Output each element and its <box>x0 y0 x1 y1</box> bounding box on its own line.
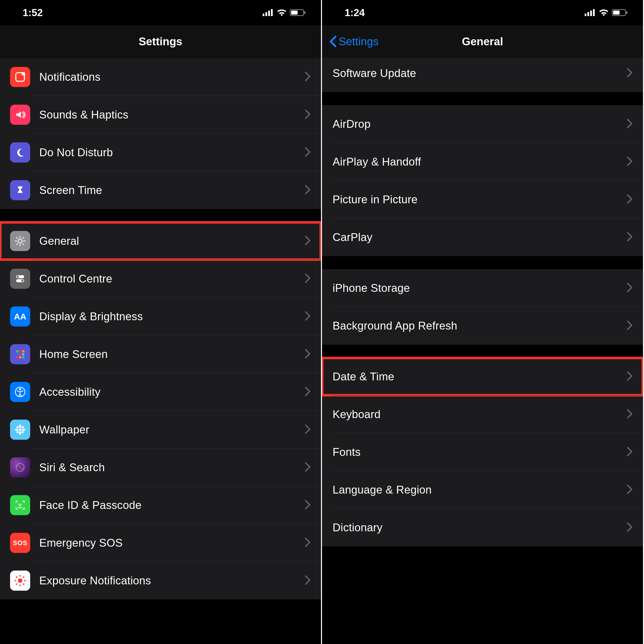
row-wallpaper[interactable]: Wallpaper <box>0 411 321 449</box>
row-language[interactable]: Language & Region <box>322 471 643 509</box>
hourglass-icon <box>10 180 30 200</box>
svg-rect-28 <box>16 356 18 358</box>
row-label: Keyboard <box>333 408 626 421</box>
row-screentime[interactable]: Screen Time <box>0 171 321 209</box>
svg-point-38 <box>16 426 19 429</box>
row-pip[interactable]: Picture in Picture <box>322 181 643 218</box>
back-button[interactable]: Settings <box>329 35 379 48</box>
row-notifications[interactable]: Notifications <box>0 58 321 96</box>
row-label: Face ID & Passcode <box>39 499 304 511</box>
row-label: Software Update <box>333 67 626 79</box>
svg-point-21 <box>21 280 23 282</box>
battery-icon <box>612 9 628 16</box>
row-fonts[interactable]: Fonts <box>322 433 643 471</box>
row-sounds[interactable]: Sounds & Haptics <box>0 96 321 134</box>
svg-point-50 <box>16 576 17 578</box>
row-airplay[interactable]: AirPlay & Handoff <box>322 143 643 181</box>
svg-point-45 <box>18 578 22 583</box>
general-list[interactable]: Software Update AirDrop AirPlay & Handof… <box>322 58 643 644</box>
row-dnd[interactable]: Do Not Disturb <box>0 134 321 171</box>
chevron-right-icon <box>304 273 311 284</box>
row-label: Emergency SOS <box>39 537 304 549</box>
svg-rect-25 <box>16 353 18 355</box>
sos-icon: SOS <box>10 533 30 553</box>
row-accessibility[interactable]: Accessibility <box>0 373 321 411</box>
svg-point-53 <box>23 583 24 585</box>
svg-point-52 <box>16 583 17 585</box>
row-label: Screen Time <box>39 184 304 196</box>
row-label: CarPlay <box>333 231 626 244</box>
textsize-icon: AA <box>10 306 30 327</box>
back-label: Settings <box>339 35 379 48</box>
svg-point-8 <box>22 72 25 75</box>
row-label: iPhone Storage <box>333 282 626 294</box>
row-home-screen[interactable]: Home Screen <box>0 335 321 373</box>
page-title: General <box>462 35 503 48</box>
accessibility-icon <box>10 382 30 402</box>
svg-rect-24 <box>22 350 24 352</box>
general-group: Date & Time Keyboard Fonts Language & Re… <box>322 357 643 547</box>
row-keyboard[interactable]: Keyboard <box>322 395 643 433</box>
flower-icon <box>10 420 30 440</box>
settings-group: General Control Centre AA Display & Brig… <box>0 222 321 600</box>
notifications-icon <box>10 67 30 87</box>
svg-rect-2 <box>268 11 270 16</box>
row-faceid[interactable]: Face ID & Passcode <box>0 486 321 524</box>
row-storage[interactable]: iPhone Storage <box>322 269 643 307</box>
row-label: Sounds & Haptics <box>39 108 304 121</box>
status-icons <box>263 9 306 16</box>
navbar: Settings <box>0 25 321 58</box>
row-dictionary[interactable]: Dictionary <box>322 509 643 546</box>
svg-rect-23 <box>19 350 21 352</box>
svg-line-15 <box>23 244 24 245</box>
svg-rect-59 <box>613 11 620 15</box>
chevron-right-icon <box>626 232 633 243</box>
row-exposure[interactable]: Exposure Notifications <box>0 562 321 599</box>
chevron-right-icon <box>304 349 311 360</box>
row-label: Language & Region <box>333 484 626 496</box>
svg-point-41 <box>21 431 24 434</box>
svg-rect-54 <box>585 14 586 16</box>
cellular-icon <box>585 9 596 16</box>
svg-line-14 <box>16 237 18 238</box>
chevron-right-icon <box>626 118 633 130</box>
siri-icon <box>10 457 30 477</box>
chevron-right-icon <box>304 71 311 83</box>
row-date-time[interactable]: Date & Time <box>322 358 643 395</box>
row-airdrop[interactable]: AirDrop <box>322 105 643 143</box>
svg-point-48 <box>15 580 16 581</box>
chevron-right-icon <box>626 156 633 167</box>
svg-rect-1 <box>265 12 267 16</box>
svg-point-43 <box>18 504 19 505</box>
status-icons <box>585 9 628 16</box>
exposure-icon <box>10 571 30 591</box>
row-label: Exposure Notifications <box>39 574 304 587</box>
svg-point-34 <box>19 424 21 428</box>
row-software-update[interactable]: Software Update <box>322 58 643 92</box>
svg-rect-57 <box>593 9 595 16</box>
chevron-right-icon <box>626 484 633 495</box>
chevron-right-icon <box>304 500 311 511</box>
svg-point-47 <box>19 585 21 586</box>
chevron-right-icon <box>304 462 311 473</box>
svg-point-51 <box>23 576 24 578</box>
settings-list[interactable]: Notifications Sounds & Haptics Do Not Di… <box>0 58 321 644</box>
grid-icon <box>10 344 30 364</box>
row-control-centre[interactable]: Control Centre <box>0 260 321 298</box>
row-sos[interactable]: SOS Emergency SOS <box>0 524 321 562</box>
chevron-left-icon <box>329 35 337 48</box>
row-label: Date & Time <box>333 370 626 383</box>
row-bgrefresh[interactable]: Background App Refresh <box>322 307 643 345</box>
row-display[interactable]: AA Display & Brightness <box>0 298 321 335</box>
toggles-icon <box>10 269 30 289</box>
svg-rect-30 <box>22 356 24 358</box>
svg-point-33 <box>19 428 22 431</box>
row-siri[interactable]: Siri & Search <box>0 449 321 486</box>
row-carplay[interactable]: CarPlay <box>322 218 643 256</box>
svg-line-16 <box>16 244 18 245</box>
row-label: Display & Brightness <box>39 310 304 323</box>
svg-point-36 <box>15 429 18 431</box>
row-general[interactable]: General <box>0 222 321 260</box>
svg-point-37 <box>22 429 25 431</box>
chevron-right-icon <box>304 575 311 586</box>
